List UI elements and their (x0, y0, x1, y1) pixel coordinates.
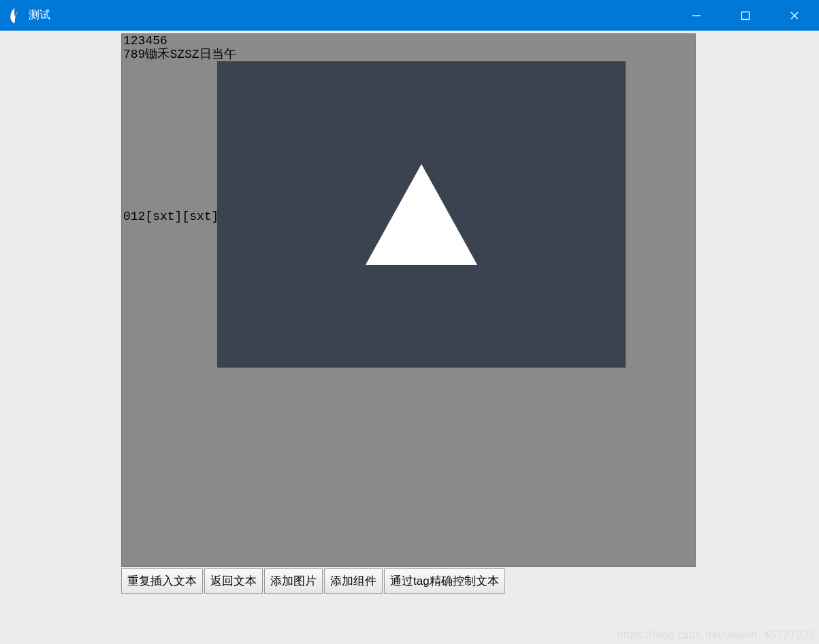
triangle-icon (360, 160, 483, 269)
svg-rect-1 (742, 12, 750, 19)
titlebar: 测试 (0, 0, 819, 31)
text-line-2: 789锄禾SZSZ日当午 (122, 48, 695, 61)
insert-text-button[interactable]: 重复插入文本 (121, 568, 203, 594)
svg-marker-4 (366, 164, 477, 265)
maximize-button[interactable] (721, 0, 770, 31)
tk-feather-icon (8, 7, 22, 25)
close-button[interactable] (770, 0, 819, 31)
text-widget[interactable]: 123456 789锄禾SZSZ日当午 012[sxt][sxt] (121, 33, 696, 567)
client-area: 123456 789锄禾SZSZ日当午 012[sxt][sxt] 重复插入文本… (0, 31, 819, 644)
window-controls (672, 0, 819, 31)
button-bar: 重复插入文本 返回文本 添加图片 添加组件 通过tag精确控制文本 (121, 568, 505, 594)
add-image-button[interactable]: 添加图片 (264, 568, 323, 594)
tag-control-text-button[interactable]: 通过tag精确控制文本 (384, 568, 505, 594)
text-line-3: 012[sxt][sxt] (123, 210, 219, 223)
watermark: https://blog.csdn.net/weixin_45727931 (617, 629, 815, 641)
text-line-1: 123456 (122, 34, 695, 48)
return-text-button[interactable]: 返回文本 (204, 568, 263, 594)
add-component-button[interactable]: 添加组件 (324, 568, 383, 594)
minimize-button[interactable] (672, 0, 721, 31)
embedded-image (217, 61, 626, 368)
window-title: 测试 (29, 8, 672, 22)
